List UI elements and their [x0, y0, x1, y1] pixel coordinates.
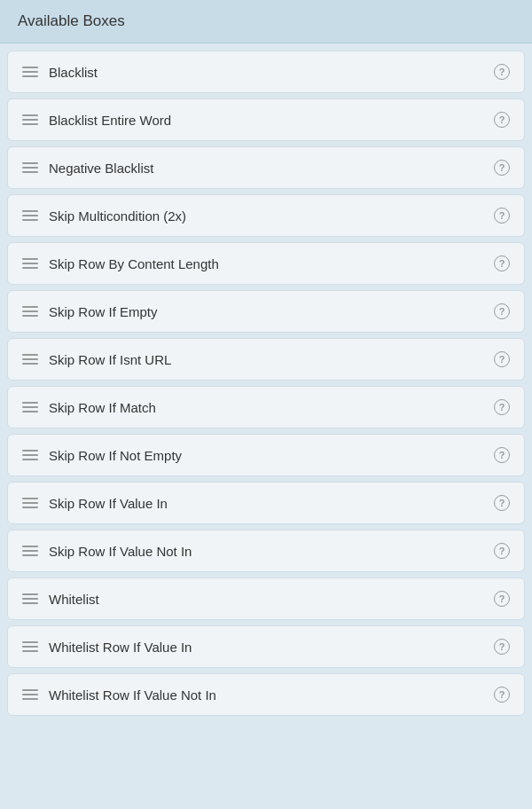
- header: Available Boxes: [0, 0, 532, 43]
- drag-handle-icon: [22, 402, 38, 412]
- item-label: Skip Row If Match: [49, 400, 480, 415]
- item-label: Whitelist Row If Value Not In: [49, 687, 480, 703]
- drag-handle-icon: [22, 210, 38, 221]
- drag-handle-icon: [22, 450, 38, 460]
- list-item-whitelist-row-if-value-in[interactable]: Whitelist Row If Value In?: [7, 625, 525, 668]
- help-icon[interactable]: ?: [494, 399, 510, 415]
- drag-handle-icon: [22, 114, 38, 125]
- page-title: Available Boxes: [18, 12, 125, 29]
- drag-handle-icon: [22, 306, 38, 317]
- help-icon[interactable]: ?: [494, 351, 510, 367]
- drag-handle-icon: [22, 67, 38, 77]
- item-label: Skip Multicondition (2x): [49, 208, 480, 224]
- item-label: Whitelist: [49, 592, 480, 607]
- list-item-skip-row-if-value-in[interactable]: Skip Row If Value In?: [7, 482, 525, 524]
- item-label: Blacklist: [49, 65, 480, 80]
- list-item-blacklist[interactable]: Blacklist?: [7, 51, 525, 93]
- help-icon[interactable]: ?: [494, 687, 510, 703]
- list-item-skip-row-if-value-not-in[interactable]: Skip Row If Value Not In?: [7, 530, 525, 572]
- drag-handle-icon: [22, 641, 38, 652]
- drag-handle-icon: [22, 689, 38, 700]
- help-icon[interactable]: ?: [494, 303, 510, 319]
- help-icon[interactable]: ?: [494, 639, 510, 655]
- drag-handle-icon: [22, 498, 38, 508]
- help-icon[interactable]: ?: [494, 495, 510, 511]
- item-label: Skip Row If Isnt URL: [49, 352, 480, 367]
- page-container: Available Boxes Blacklist?Blacklist Enti…: [0, 0, 532, 723]
- list-item-negative-blacklist[interactable]: Negative Blacklist?: [7, 146, 525, 189]
- list-item-skip-row-if-match[interactable]: Skip Row If Match?: [7, 386, 525, 428]
- help-icon[interactable]: ?: [494, 208, 510, 224]
- list-item-skip-row-if-not-empty[interactable]: Skip Row If Not Empty?: [7, 434, 525, 476]
- help-icon[interactable]: ?: [494, 543, 510, 559]
- item-label: Skip Row By Content Length: [49, 256, 480, 271]
- help-icon[interactable]: ?: [494, 64, 510, 80]
- list-item-skip-row-if-isnt-url[interactable]: Skip Row If Isnt URL?: [7, 338, 525, 381]
- drag-handle-icon: [22, 546, 38, 556]
- items-list: Blacklist?Blacklist Entire Word?Negative…: [0, 43, 532, 723]
- list-item-skip-row-by-content-length[interactable]: Skip Row By Content Length?: [7, 242, 525, 285]
- drag-handle-icon: [22, 162, 38, 173]
- item-label: Skip Row If Value In: [49, 496, 480, 511]
- list-item-skip-multicondition[interactable]: Skip Multicondition (2x)?: [7, 194, 525, 237]
- help-icon[interactable]: ?: [494, 112, 510, 128]
- item-label: Negative Blacklist: [49, 161, 480, 176]
- list-item-whitelist-row-if-value-not-in[interactable]: Whitelist Row If Value Not In?: [7, 673, 525, 716]
- drag-handle-icon: [22, 354, 38, 365]
- item-label: Whitelist Row If Value In: [49, 640, 480, 655]
- drag-handle-icon: [22, 258, 38, 269]
- list-item-skip-row-if-empty[interactable]: Skip Row If Empty?: [7, 290, 525, 333]
- help-icon[interactable]: ?: [494, 591, 510, 607]
- help-icon[interactable]: ?: [494, 160, 510, 176]
- item-label: Blacklist Entire Word: [49, 113, 480, 128]
- help-icon[interactable]: ?: [494, 255, 510, 271]
- list-item-whitelist[interactable]: Whitelist?: [7, 577, 525, 620]
- list-item-blacklist-entire-word[interactable]: Blacklist Entire Word?: [7, 98, 525, 141]
- drag-handle-icon: [22, 593, 38, 604]
- item-label: Skip Row If Empty: [49, 304, 480, 319]
- item-label: Skip Row If Value Not In: [49, 544, 480, 559]
- help-icon[interactable]: ?: [494, 447, 510, 463]
- item-label: Skip Row If Not Empty: [49, 448, 480, 463]
